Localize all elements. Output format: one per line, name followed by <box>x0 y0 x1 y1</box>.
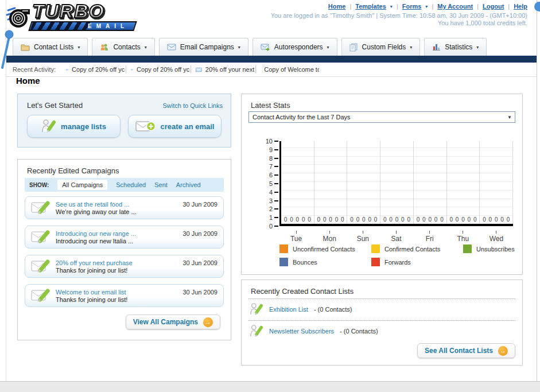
campaign-title[interactable]: See us at the retail food ... <box>56 201 137 208</box>
nav-tab-custom-fields[interactable]: Custom Fields ▾ <box>341 38 421 56</box>
manage-lists-button[interactable]: manage lists <box>27 115 121 138</box>
logo-subtitle: EMAIL <box>88 23 129 29</box>
x-label-mon: Mon <box>313 231 346 243</box>
tab-all-campaigns[interactable]: All Campaigns <box>57 180 107 190</box>
envelope-icon <box>131 67 133 72</box>
bar-value-labels: 00000 <box>380 216 413 223</box>
y-tick-6: 6 <box>269 172 278 178</box>
legend-label: Bounces <box>293 259 317 266</box>
campaigns-filter-bar: SHOW: All Campaigns Scheduled Sent Archi… <box>25 178 224 192</box>
x-label-sun: Sun <box>346 231 379 243</box>
bar-value-labels: 00000 <box>347 216 380 223</box>
envelope-arrow-icon <box>261 44 270 51</box>
see-all-contact-lists-button[interactable]: See All Contact Lists → <box>417 343 515 358</box>
recent-activity-item[interactable]: Copy of 20% off yc <box>66 66 125 73</box>
header-link-help[interactable]: Help <box>514 3 527 10</box>
create-email-button[interactable]: create an email <box>128 115 222 138</box>
y-tick-1: 1 <box>269 215 278 220</box>
switch-to-quick-links[interactable]: Switch to Quick Links <box>162 102 223 109</box>
chart-group-tue: 00000 <box>281 141 314 224</box>
campaign-subtitle: Introducing our new Italia ... <box>56 238 136 244</box>
get-started-title: Let's Get Started <box>27 101 83 110</box>
campaign-title[interactable]: Welcome to our email list <box>56 289 127 296</box>
campaign-subtitle: Thanks for joining our list! <box>56 267 133 274</box>
nav-tab-statistics[interactable]: Statistics ▾ <box>424 38 487 56</box>
recent-activity-label: Recent Activity: <box>13 66 56 73</box>
tab-scheduled[interactable]: Scheduled <box>116 181 146 188</box>
chart-group-thu: 00000 <box>447 141 480 224</box>
contact-list-item[interactable]: Newsletter Subscribers - (0 Contacts) <box>250 324 378 339</box>
nav-tab-contact-lists[interactable]: Contact Lists ▾ <box>13 38 88 56</box>
header-link-forms[interactable]: Forms <box>402 3 422 10</box>
view-all-campaigns-button[interactable]: View All Campaigns → <box>126 315 220 329</box>
logo-banner: EMAIL <box>28 21 137 31</box>
envelope-pencil-icon <box>31 258 50 274</box>
header-link-logout[interactable]: Logout <box>483 3 504 10</box>
latest-stats-panel: Latest Stats Contact Activity for the La… <box>241 94 523 275</box>
campaign-title[interactable]: Introducing our new range ... <box>56 230 136 237</box>
recent-activity-item[interactable]: Copy of Welcome tc <box>261 66 319 73</box>
chevron-down-icon: ▾ <box>425 4 428 9</box>
nav-tab-contacts[interactable]: Contacts ▾ <box>92 38 154 56</box>
arrow-circle-icon: → <box>203 317 213 327</box>
latest-stats-title: Latest Stats <box>251 101 290 110</box>
get-started-panel: Let's Get Started Switch to Quick Links … <box>17 94 231 148</box>
campaigns-title: Recently Edited Campaigns <box>27 166 119 175</box>
header-links: Home | Templates ▾ | Forms ▾ | My Accoun… <box>328 3 527 10</box>
create-email-label: create an email <box>161 122 215 131</box>
x-label-thu: Thu <box>446 231 480 243</box>
person-pencil-icon <box>41 119 56 134</box>
header-link-my-account[interactable]: My Account <box>437 3 473 10</box>
campaign-row[interactable]: Welcome to our email listThanks for join… <box>25 284 224 307</box>
nav-tab-label: Autoresponders <box>274 43 323 51</box>
contact-list-count: - (0 Contacts) <box>340 328 378 335</box>
chart-group-fri: 00000 <box>414 141 447 224</box>
person-pencil-icon <box>250 302 263 317</box>
envelope-pencil-icon <box>31 288 50 304</box>
campaign-subtitle: Thanks for joining our list! <box>56 296 127 303</box>
legend-swatch <box>371 258 380 266</box>
view-all-campaigns-label: View All Campaigns <box>133 318 198 326</box>
campaign-title[interactable]: 20% off your next purchase <box>56 259 133 266</box>
legend-swatch <box>279 244 288 253</box>
tab-archived[interactable]: Archived <box>176 181 201 188</box>
recent-activity-item[interactable]: 20% off your next <box>196 66 254 73</box>
nav-tab-autoresponders[interactable]: Autoresponders ▾ <box>252 38 337 56</box>
contact-list-name[interactable]: Exhibition List <box>269 306 308 313</box>
chevron-down-icon: ▾ <box>145 45 147 50</box>
envelope-pencil-icon <box>31 200 50 216</box>
campaign-row[interactable]: See us at the retail food ...We're givin… <box>25 196 224 219</box>
page-title: Home <box>16 76 40 86</box>
stats-period-select[interactable]: Contact Activity for the Last 7 Days ▼ <box>248 111 515 123</box>
help-bubble-icon[interactable] <box>534 2 540 11</box>
contact-list-name[interactable]: Newsletter Subscribers <box>269 328 334 335</box>
dotted-divider <box>248 298 515 299</box>
see-all-contact-lists-label: See All Contact Lists <box>425 347 493 355</box>
campaign-row[interactable]: Introducing our new range ...Introducing… <box>25 226 224 249</box>
nav-tab-label: Contacts <box>113 43 140 51</box>
header-link-home[interactable]: Home <box>328 3 346 10</box>
content-right-border <box>537 0 537 381</box>
tab-sent[interactable]: Sent <box>154 181 168 188</box>
envelope-icon <box>196 67 202 72</box>
chart-group-sun: 00000 <box>347 141 380 224</box>
arrow-circle-icon: → <box>498 346 508 356</box>
y-tick-3: 3 <box>269 198 278 204</box>
nav-tab-label: Contact Lists <box>34 43 73 51</box>
legend-label: Unsubscribes <box>476 246 515 253</box>
nav-tab-email-campaigns[interactable]: Email Campaigns ▾ <box>159 38 248 56</box>
recent-activity-item[interactable]: Copy of 20% off yc <box>131 66 189 73</box>
legend-item: Bounces <box>279 258 371 266</box>
chart-y-axis: 012345678910 <box>258 141 278 226</box>
turbo-email-logo[interactable]: TURBO EMAIL <box>6 2 141 36</box>
legend-label: Unconfirmed Contacts <box>293 246 355 253</box>
turbo-email-dashboard: TURBO EMAIL Home | Templates ▾ | Forms ▾… <box>0 0 540 392</box>
contact-list-item[interactable]: Exhibition List - (0 Contacts) <box>250 302 352 317</box>
legend-item: Unsubscribes <box>463 244 540 253</box>
bar-value-labels: 00000 <box>447 216 480 223</box>
campaign-row[interactable]: 20% off your next purchaseThanks for joi… <box>25 255 224 278</box>
link-separator: | <box>349 3 351 10</box>
envelope-plus-icon <box>135 119 156 133</box>
campaign-date: 30 Jun 2009 <box>182 201 217 208</box>
header-link-templates[interactable]: Templates <box>355 3 386 10</box>
